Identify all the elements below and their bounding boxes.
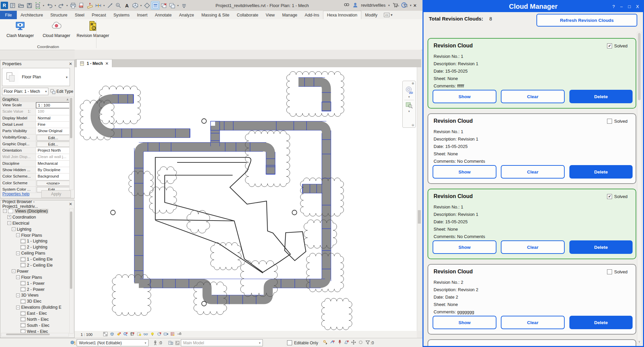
temporary-view-properties-icon[interactable] [157,332,162,337]
signed-in-username[interactable]: revitdrivefiles [361,3,386,8]
modify-line-icon[interactable] [106,1,114,9]
tree-item-3d-elec[interactable]: 3D Elec [1,298,70,304]
delete-button[interactable]: Delete [569,316,633,329]
zoom-region-icon[interactable] [405,101,413,109]
properties-help-link[interactable]: Properties help [2,192,30,196]
ribbon-tab-steel[interactable]: Steel [71,11,88,19]
undo-dropdown-icon[interactable]: ▾ [54,4,57,7]
graphics-group-header[interactable]: Graphics ∧ [1,97,70,102]
minimize-button[interactable]: – [397,3,399,8]
expand-icon[interactable]: + [7,215,11,219]
type-selector-dropdown-icon[interactable]: ▾ [66,75,70,79]
temporary-hide-isolate-icon[interactable] [143,332,148,337]
tree-item-power[interactable]: −Power [1,268,70,274]
undo-icon[interactable] [45,1,53,9]
cloud-list-scrollbar[interactable]: ∨ [637,32,642,344]
collapse-icon[interactable]: − [7,221,11,225]
solved-checkbox[interactable]: ✔ [607,43,612,48]
show-button[interactable]: Show [433,165,496,179]
ribbon-tab-modify[interactable]: Modify [361,11,381,19]
property-value-button[interactable]: Edit... [37,142,70,147]
worksharing-display-icon[interactable] [163,332,168,337]
property-value[interactable]: Project North [36,148,70,154]
ribbon-tab-analyze[interactable]: Analyze [175,11,198,19]
editable-elements-icon[interactable] [152,340,159,346]
default-3d-view-dropdown-icon[interactable]: ▾ [139,4,143,7]
steering-wheel-2d-icon[interactable]: 2D [405,86,413,94]
zoom-dropdown-icon[interactable]: ▾ [408,109,411,114]
property-value[interactable]: Fine [36,122,70,128]
show-button[interactable]: Show [433,316,496,329]
modify-panel-dropdown-icon[interactable]: ▭▾ [381,11,395,19]
collapse-icon[interactable]: − [12,227,15,231]
collapse-icon[interactable]: − [16,252,20,255]
ribbon-tab-insert[interactable]: Insert [133,11,151,19]
tree-item-2-power[interactable]: 2 - Power [1,286,70,293]
maximize-button[interactable]: □ [405,3,407,8]
view-tab-1-mech[interactable]: 1 - Mech ✕ [76,59,112,67]
workset-selector[interactable]: Workset1 (Not Editable) ▾ [77,339,149,346]
collapse-icon[interactable]: − [3,209,7,213]
tree-item-elevations-building-e[interactable]: −Elevations (Building E [1,304,70,310]
tree-item-ceiling-plans[interactable]: −Ceiling Plans [1,250,70,256]
visual-style-icon[interactable] [103,332,108,337]
select-by-face-icon[interactable] [344,340,349,346]
solved-checkbox[interactable] [607,119,612,124]
apply-button[interactable]: Apply [41,190,71,198]
print-icon[interactable] [69,1,77,9]
property-value[interactable]: Mechanical [36,161,70,167]
properties-scrollbar[interactable] [69,97,74,190]
user-avatar-icon[interactable] [352,2,358,9]
tree-item-views-discipline-[interactable]: −Views (Discipline) [1,208,70,214]
refresh-revision-clouds-button[interactable]: Refresh Revision Clouds [536,14,637,27]
ribbon-tab-file[interactable]: File [0,11,17,19]
tree-item-east-elec[interactable]: East - Elec [1,310,70,316]
default-3d-view-icon[interactable] [131,1,139,9]
tree-item-south-elec[interactable]: South - Elec [1,322,70,329]
properties-icon[interactable] [8,1,16,9]
aligned-dimension-icon[interactable] [94,1,102,9]
filter-icon[interactable] [365,340,370,346]
select-links-icon[interactable] [323,340,328,346]
ribbon-tab-hexa-innovation[interactable]: Hexa Innovation [323,11,361,19]
aligned-dimension-dropdown-icon[interactable]: ▾ [103,4,106,7]
clear-button[interactable]: Clear [501,165,565,179]
switch-windows-icon[interactable] [168,1,176,9]
export-pdf-icon[interactable]: PDF [77,1,85,9]
project-browser-scrollbar[interactable] [69,208,74,334]
measure-icon[interactable] [86,1,94,9]
design-option-selector[interactable]: Main Model ▾ [181,339,263,346]
background-processes-icon[interactable] [358,340,363,346]
properties-close-icon[interactable]: ✕ [69,62,72,66]
section-icon[interactable] [143,1,151,9]
close-hidden-windows-icon[interactable] [160,1,168,9]
collapse-icon[interactable]: − [16,306,20,309]
solved-checkbox[interactable] [607,269,612,274]
select-underlay-icon[interactable] [330,340,335,346]
property-value[interactable]: Background [36,174,70,180]
instance-selector[interactable]: Floor Plan: 1 - Mech ▾ [2,88,48,95]
tree-item-electrical[interactable]: −Electrical [1,220,70,226]
tag-icon[interactable]: 1 [114,1,122,9]
delete-button[interactable]: Delete [569,240,633,254]
editable-only-checkbox[interactable] [287,340,292,345]
property-value[interactable]: By Discipline [36,167,70,173]
tree-item-lighting[interactable]: −Lighting [1,226,70,232]
thin-lines-icon[interactable] [151,1,159,9]
property-value-button[interactable]: <none> [37,181,70,186]
search-icon[interactable] [344,2,350,9]
ribbon-tab-view[interactable]: View [262,11,279,19]
wheel-dropdown-icon[interactable]: ▾ [408,94,411,99]
switch-windows-dropdown-icon[interactable]: ▾ [176,4,179,7]
clear-button[interactable]: Clear [501,90,565,103]
tree-item-floor-plans[interactable]: −Floor Plans [1,232,70,238]
drag-on-selection-icon[interactable] [351,340,356,346]
view-tab-close-icon[interactable]: ✕ [105,61,109,66]
navbar-minimize-icon[interactable]: ⊖ [410,123,415,127]
cloud-manager-close-button[interactable]: X [636,4,639,9]
property-value[interactable]: Normal [36,115,70,121]
ribbon-tab-architecture[interactable]: Architecture [17,11,47,19]
redo-dropdown-icon[interactable]: ▾ [66,4,69,7]
sync-dropdown-icon[interactable]: ▾ [42,4,45,7]
collapse-icon[interactable]: − [16,233,20,237]
